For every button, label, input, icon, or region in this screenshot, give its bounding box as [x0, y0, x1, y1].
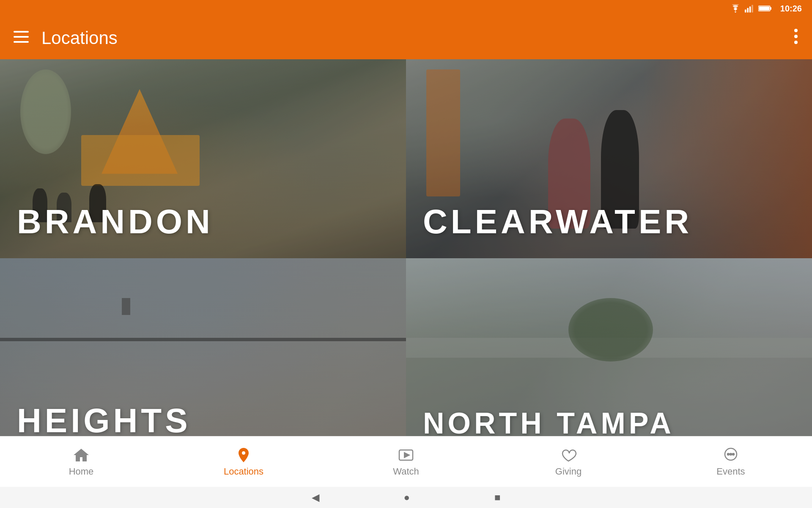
svg-marker-14	[404, 453, 409, 458]
svg-point-10	[794, 29, 798, 32]
brandon-label: BRANDON	[17, 202, 214, 241]
home-button[interactable]: ●	[404, 491, 410, 503]
svg-point-17	[730, 453, 732, 455]
svg-rect-3	[752, 5, 753, 13]
location-card-brandon[interactable]: BRANDON	[0, 59, 406, 258]
nav-label-events: Events	[716, 466, 745, 477]
svg-point-11	[794, 35, 798, 38]
nav-label-giving: Giving	[555, 466, 582, 477]
svg-rect-2	[749, 6, 751, 12]
nav-item-locations[interactable]: Locations	[210, 447, 277, 477]
svg-point-18	[732, 453, 734, 455]
nav-label-locations: Locations	[224, 466, 263, 477]
recent-apps-button[interactable]: ■	[494, 491, 501, 503]
location-card-northtampa[interactable]: NORTH TAMPA	[406, 258, 812, 457]
svg-point-16	[727, 453, 729, 455]
svg-rect-9	[14, 41, 29, 43]
battery-icon	[758, 5, 772, 12]
bottom-nav: Home Locations Watch Giving Events	[0, 436, 812, 487]
page-title: Locations	[41, 28, 793, 48]
svg-rect-7	[14, 31, 29, 33]
nav-item-home[interactable]: Home	[47, 447, 115, 477]
nav-item-giving[interactable]: Giving	[535, 447, 602, 477]
nav-item-events[interactable]: Events	[697, 447, 765, 477]
svg-rect-5	[770, 7, 771, 10]
back-button[interactable]: ◀	[312, 491, 319, 503]
locations-grid: BRANDON CLEARWATER HEIGHTS NORTH TAMPA	[0, 59, 812, 457]
nav-item-watch[interactable]: Watch	[372, 447, 440, 477]
system-nav-bar: ◀ ● ■	[0, 487, 812, 508]
northtampa-label: NORTH TAMPA	[423, 406, 675, 440]
heart-icon	[560, 447, 577, 464]
svg-rect-6	[759, 7, 769, 11]
location-card-heights[interactable]: HEIGHTS	[0, 258, 406, 457]
svg-point-12	[794, 41, 798, 44]
app-bar: Locations	[0, 17, 812, 59]
hamburger-menu-button[interactable]	[14, 31, 29, 46]
clearwater-label: CLEARWATER	[423, 202, 692, 241]
status-bar: 10:26	[0, 0, 812, 17]
nav-label-watch: Watch	[393, 466, 419, 477]
play-circle-icon	[398, 447, 414, 464]
heights-label: HEIGHTS	[17, 401, 191, 440]
wifi-icon	[730, 4, 741, 13]
svg-rect-1	[747, 8, 749, 13]
home-icon	[73, 447, 90, 464]
status-time: 10:26	[780, 4, 802, 14]
nav-label-home: Home	[69, 466, 94, 477]
status-icons: 10:26	[730, 4, 802, 14]
location-card-clearwater[interactable]: CLEARWATER	[406, 59, 812, 258]
svg-rect-0	[745, 9, 746, 12]
more-options-button[interactable]	[793, 28, 798, 49]
chat-bubble-icon	[722, 447, 739, 464]
signal-icon	[745, 4, 755, 13]
location-pin-icon	[235, 447, 252, 464]
svg-rect-8	[14, 36, 29, 38]
